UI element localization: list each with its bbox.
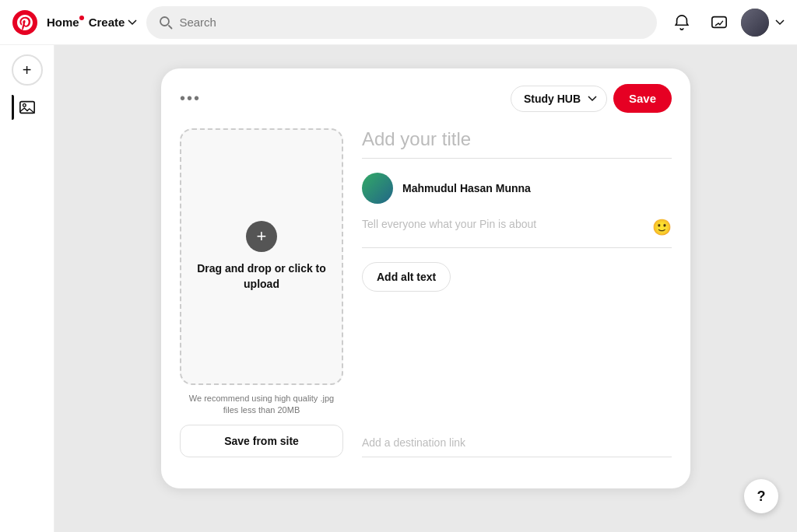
search-icon (159, 16, 173, 30)
help-button[interactable]: ? (744, 479, 778, 513)
upload-dropzone[interactable]: + Drag and drop or click to upload (180, 128, 343, 385)
chevron-down-icon (128, 19, 137, 26)
sidebar: + (0, 45, 54, 532)
add-icon: + (23, 61, 32, 79)
author-avatar (362, 173, 393, 204)
create-label: Create (89, 16, 125, 29)
svg-point-1 (160, 17, 169, 26)
user-row: Mahmudul Hasan Munna (362, 173, 672, 204)
nav-right-icons (666, 7, 785, 38)
sidebar-add-button[interactable]: + (12, 54, 43, 86)
board-select[interactable]: Study HUB My Pins Favorites (511, 86, 607, 112)
svg-point-0 (12, 10, 37, 35)
nav-home[interactable]: Home (47, 16, 79, 29)
upload-text: Drag and drop or click to upload (181, 261, 342, 292)
destination-link-input[interactable] (362, 436, 672, 457)
modal-header-right: Study HUB My Pins Favorites Save (511, 84, 672, 113)
modal-body: + Drag and drop or click to upload We re… (180, 128, 672, 457)
search-input[interactable] (179, 16, 644, 29)
svg-rect-2 (712, 16, 726, 27)
more-options-button[interactable]: ••• (180, 89, 201, 107)
save-from-site-button[interactable]: Save from site (180, 425, 343, 457)
form-section: Mahmudul Hasan Munna 🙂 Add alt text (362, 128, 672, 457)
svg-point-4 (23, 103, 26, 107)
navbar: Home Create (0, 0, 797, 45)
user-avatar[interactable] (741, 9, 769, 37)
pin-creation-modal: ••• Study HUB My Pins Favorites Save + D… (161, 68, 690, 488)
home-label: Home (47, 16, 79, 29)
description-input[interactable] (362, 218, 646, 240)
save-button[interactable]: Save (613, 84, 672, 113)
main-content: ••• Study HUB My Pins Favorites Save + D… (54, 45, 797, 532)
sidebar-image-button[interactable] (12, 92, 43, 123)
author-name: Mahmudul Hasan Munna (402, 182, 531, 194)
upload-note: We recommend using high quality .jpg fil… (180, 385, 343, 425)
message-icon (711, 14, 728, 31)
description-row: 🙂 (362, 218, 672, 248)
pinterest-logo[interactable] (12, 10, 37, 35)
alt-text-button[interactable]: Add alt text (362, 262, 451, 292)
emoji-button[interactable]: 🙂 (652, 218, 672, 236)
bell-icon (673, 14, 690, 31)
user-menu-chevron-icon[interactable] (775, 19, 785, 26)
notification-button[interactable] (666, 7, 697, 38)
nav-create[interactable]: Create (89, 16, 138, 29)
search-bar (146, 6, 657, 39)
image-icon (19, 99, 36, 116)
modal-header: ••• Study HUB My Pins Favorites Save (180, 84, 672, 113)
message-button[interactable] (704, 7, 735, 38)
upload-plus-icon: + (246, 221, 277, 252)
home-notification-dot (79, 16, 84, 20)
pin-title-input[interactable] (362, 128, 672, 159)
upload-section: + Drag and drop or click to upload We re… (180, 128, 343, 457)
